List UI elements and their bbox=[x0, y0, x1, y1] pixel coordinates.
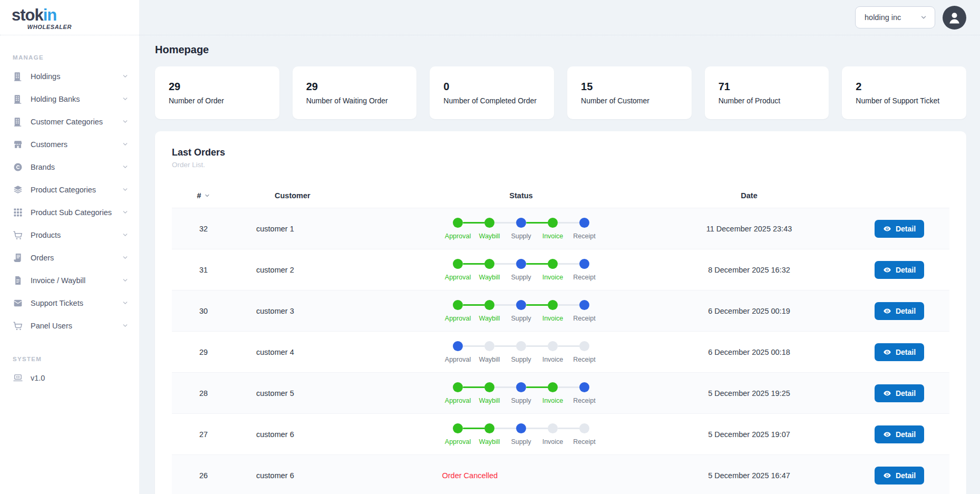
step-dot bbox=[516, 423, 526, 433]
detail-button[interactable]: Detail bbox=[875, 425, 924, 443]
order-id-cell: 29 bbox=[172, 348, 235, 356]
sidebar-item-label: Products bbox=[31, 231, 61, 239]
stat-value: 15 bbox=[581, 81, 678, 93]
sidebar-item-orders[interactable]: Orders bbox=[13, 246, 129, 269]
step-label: Receipt bbox=[573, 274, 595, 281]
person-icon bbox=[947, 10, 962, 25]
step-label: Supply bbox=[511, 274, 531, 281]
action-cell: Detail bbox=[849, 343, 949, 361]
eye-icon bbox=[883, 266, 891, 274]
sidebar-item-invoice-waybill[interactable]: Invoice / Waybill bbox=[13, 269, 129, 292]
sidebar-section: SYSTEMv1.0 bbox=[13, 356, 129, 389]
detail-button[interactable]: Detail bbox=[875, 384, 924, 402]
stat-label: Number of Product bbox=[719, 96, 816, 105]
document-icon bbox=[13, 275, 23, 286]
detail-button[interactable]: Detail bbox=[875, 302, 924, 320]
customer-cell: customer 4 bbox=[235, 348, 393, 356]
chevron-down-icon[interactable] bbox=[204, 192, 210, 199]
date-cell: 8 December 2025 16:32 bbox=[649, 266, 849, 274]
building-icon bbox=[13, 71, 23, 82]
status-step-invoice: Invoice bbox=[537, 341, 569, 363]
orders-panel-title: Last Orders bbox=[172, 147, 949, 158]
sidebar-item-support-tickets[interactable]: Support Tickets bbox=[13, 292, 129, 314]
detail-button[interactable]: Detail bbox=[875, 220, 924, 238]
sidebar-item-label: v1.0 bbox=[31, 374, 45, 382]
status-step-approval: Approval bbox=[442, 382, 474, 404]
action-cell: Detail bbox=[849, 384, 949, 402]
sidebar-item-brands[interactable]: Brands bbox=[13, 156, 129, 178]
sidebar-item-holdings[interactable]: Holdings bbox=[13, 65, 129, 88]
orders-table-header: #CustomerStatusDate bbox=[172, 183, 949, 208]
step-dot bbox=[484, 382, 494, 392]
stat-card: 15Number of Customer bbox=[567, 66, 692, 119]
detail-button[interactable]: Detail bbox=[875, 261, 924, 279]
table-row: 29customer 4ApprovalWaybillSupplyInvoice… bbox=[172, 331, 949, 372]
sidebar-item-customer-categories[interactable]: Customer Categories bbox=[13, 110, 129, 133]
step-label: Invoice bbox=[542, 315, 564, 322]
step-dot bbox=[516, 259, 526, 269]
sidebar-item-product-categories[interactable]: Product Categories bbox=[13, 178, 129, 201]
order-id-cell: 26 bbox=[172, 471, 235, 480]
status-step-invoice: Invoice bbox=[537, 423, 569, 445]
brand-logo[interactable]: stokin WHOLESALER bbox=[0, 0, 139, 35]
date-cell: 6 December 2025 00:19 bbox=[649, 307, 849, 315]
detail-button-label: Detail bbox=[896, 471, 916, 480]
step-label: Invoice bbox=[542, 438, 564, 445]
topbar: holding inc bbox=[139, 0, 980, 35]
brand-tagline: WHOLESALER bbox=[12, 24, 72, 30]
step-dot bbox=[579, 259, 589, 269]
chevron-down-icon bbox=[122, 118, 129, 125]
step-label: Approval bbox=[445, 315, 471, 322]
stat-card: 2Number of Support Ticket bbox=[842, 66, 966, 119]
chevron-down-icon bbox=[122, 73, 129, 80]
table-row: 31customer 2ApprovalWaybillSupplyInvoice… bbox=[172, 249, 949, 290]
order-id-cell: 32 bbox=[172, 225, 235, 233]
table-row: 28customer 5ApprovalWaybillSupplyInvoice… bbox=[172, 372, 949, 413]
order-id-cell: 31 bbox=[172, 266, 235, 274]
status-step-supply: Supply bbox=[506, 218, 537, 240]
step-dot bbox=[453, 423, 463, 433]
orders-panel: Last Orders Order List. #CustomerStatusD… bbox=[155, 131, 966, 494]
sidebar-item-products[interactable]: Products bbox=[13, 224, 129, 246]
sidebar-item-product-sub-categories[interactable]: Product Sub Categories bbox=[13, 201, 129, 224]
sidebar-item-label: Product Sub Categories bbox=[31, 208, 112, 217]
customer-cell: customer 6 bbox=[235, 471, 393, 480]
brand-name: stokin bbox=[12, 7, 139, 23]
avatar[interactable] bbox=[943, 6, 966, 30]
eye-icon bbox=[883, 348, 891, 356]
order-id-cell: 30 bbox=[172, 307, 235, 315]
status-stepper: ApprovalWaybillSupplyInvoiceReceipt bbox=[442, 300, 600, 322]
sidebar-item-label: Panel Users bbox=[31, 322, 72, 330]
sidebar-item-holding-banks[interactable]: Holding Banks bbox=[13, 88, 129, 110]
step-dot bbox=[579, 300, 589, 310]
sidebar-item-v1-0[interactable]: v1.0 bbox=[13, 366, 129, 389]
receipt-icon bbox=[13, 253, 23, 263]
detail-button-label: Detail bbox=[896, 266, 916, 274]
eye-icon bbox=[883, 307, 891, 315]
sidebar-item-panel-users[interactable]: Panel Users bbox=[13, 314, 129, 337]
sidebar-item-label: Holdings bbox=[31, 72, 60, 81]
stat-value: 29 bbox=[306, 81, 403, 93]
detail-button[interactable]: Detail bbox=[875, 467, 924, 485]
customer-cell: customer 1 bbox=[235, 225, 393, 233]
sidebar-item-label: Orders bbox=[31, 254, 54, 262]
status-step-waybill: Waybill bbox=[474, 259, 506, 281]
column-header-id-label: # bbox=[197, 191, 201, 200]
status-step-supply: Supply bbox=[506, 382, 537, 404]
step-label: Approval bbox=[445, 356, 471, 363]
sidebar-item-customers[interactable]: Customers bbox=[13, 133, 129, 156]
step-dot bbox=[453, 300, 463, 310]
status-step-waybill: Waybill bbox=[474, 382, 506, 404]
cart-icon bbox=[13, 321, 23, 331]
customer-cell: customer 5 bbox=[235, 389, 393, 398]
date-cell: 11 December 2025 23:43 bbox=[649, 225, 849, 233]
company-selector[interactable]: holding inc bbox=[855, 6, 935, 28]
step-label: Supply bbox=[511, 438, 531, 445]
step-label: Supply bbox=[511, 315, 531, 322]
company-selector-value: holding inc bbox=[865, 13, 901, 22]
detail-button[interactable]: Detail bbox=[875, 343, 924, 361]
action-cell: Detail bbox=[849, 261, 949, 279]
status-step-invoice: Invoice bbox=[537, 259, 569, 281]
status-step-approval: Approval bbox=[442, 259, 474, 281]
sidebar-item-label: Support Tickets bbox=[31, 299, 83, 307]
